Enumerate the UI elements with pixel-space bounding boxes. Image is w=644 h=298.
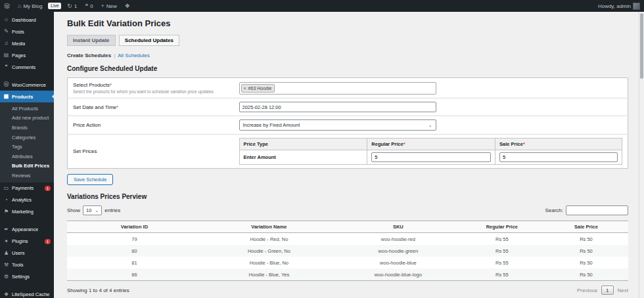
sidebar-item-media[interactable]: ♫ Media <box>0 37 54 49</box>
sidebar-item-label: Media <box>12 41 25 47</box>
site-name-menu[interactable]: ⌂ My Blog <box>14 0 46 12</box>
all-schedules-link[interactable]: All Schedules <box>118 53 149 58</box>
admin-sidebar: ⌂ Dashboard ✎ Posts ♫ Media ▤ Pages ❝ Co… <box>0 12 54 298</box>
site-name: My Blog <box>23 3 42 9</box>
sidebar-subitem-brands[interactable]: Brands <box>0 123 54 133</box>
select-products-control-cell: × #63 Hoodie <box>234 78 628 98</box>
datetime-input[interactable] <box>239 102 436 112</box>
sidebar-item-woocommerce[interactable]: Ⓦ WooCommerce <box>0 79 54 91</box>
sidebar-item-settings[interactable]: ⚙ Settings <box>0 271 54 283</box>
scrollbar-track[interactable] <box>639 12 644 298</box>
select-products-label: Select Products <box>73 82 110 88</box>
new-content-menu[interactable]: + New <box>97 0 121 12</box>
chevron-down-icon: ⌄ <box>95 208 99 213</box>
set-prices-table: Price Type Regular Price* Sale Price* <box>239 138 623 165</box>
comments-count: 0 <box>90 3 93 9</box>
comments-menu[interactable]: ❝ 0 <box>81 0 97 12</box>
sidebar-item-tools[interactable]: ⚒ Tools <box>0 259 54 271</box>
sidebar-item-appearance[interactable]: ✒ Appearance <box>0 224 54 236</box>
litespeed-adminbar-menu[interactable]: ❖ <box>121 0 134 12</box>
comments-icon: ❝ <box>3 64 9 70</box>
sidebar-item-payments[interactable]: ▭ Payments 1 <box>0 182 54 194</box>
tab-scheduled-updates[interactable]: Scheduled Updates <box>119 35 179 46</box>
sidebar-item-dashboard[interactable]: ⌂ Dashboard <box>0 14 54 26</box>
sidebar-subitem-add-new-product[interactable]: Add new product <box>0 114 54 123</box>
column-header-sale-price[interactable]: Sale Price <box>544 221 628 233</box>
column-header-variation-name[interactable]: Variation Name <box>202 221 336 233</box>
sidebar-item-products[interactable]: ▦ Products <box>0 91 54 102</box>
column-header-variation-id[interactable]: Variation ID <box>67 221 202 233</box>
page-1-button[interactable]: 1 <box>601 286 613 295</box>
chip-remove-icon[interactable]: × <box>244 85 246 92</box>
product-select-input[interactable]: × #63 Hoodie <box>239 82 436 95</box>
sidebar-subitem-reviews[interactable]: Reviews <box>0 171 54 181</box>
sidebar-item-label: WooCommerce <box>12 82 46 88</box>
sidebar-item-label: Dashboard <box>12 17 36 23</box>
breadcrumb: Create Schedules | All Schedules <box>67 53 628 58</box>
sidebar-subitem-categories[interactable]: Categories <box>0 133 54 142</box>
wordpress-icon: Ⓦ <box>4 3 10 9</box>
menu-separator <box>0 283 54 289</box>
products-icon: ▦ <box>3 94 9 99</box>
sidebar-item-plugins[interactable]: ✦ Plugins 1 <box>0 236 54 247</box>
menu-separator <box>0 73 54 79</box>
pages-icon: ▤ <box>3 53 9 58</box>
page-length-control: Show 10 ⌄ entries <box>67 205 120 215</box>
sidebar-item-litespeed-cache[interactable]: ❖ LiteSpeed Cache <box>0 289 54 298</box>
sidebar-item-analytics[interactable]: ◔ Analytics <box>0 194 54 206</box>
previous-button[interactable]: Previous <box>577 287 597 293</box>
sale-price-input[interactable] <box>499 152 618 162</box>
regular-price-input[interactable] <box>371 152 491 162</box>
required-asterisk: * <box>403 141 405 147</box>
create-schedules-link[interactable]: Create Schedules <box>67 53 111 58</box>
cell-variation-name: Hoodie - Green, No <box>202 245 336 257</box>
price-action-select[interactable]: Increase by Fixed Amount ⌄ <box>239 119 436 131</box>
cell-sale-price: Rs 50 <box>544 245 628 257</box>
comments-bubble-icon: ❝ <box>85 3 88 9</box>
price-action-label-cell: Price Action <box>68 116 234 135</box>
page-title: Bulk Edit Variation Prices <box>67 18 628 28</box>
sidebar-item-label: LiteSpeed Cache <box>12 291 50 297</box>
sidebar-item-label: Plugins <box>12 238 28 244</box>
required-asterisk: * <box>110 82 112 88</box>
cell-sku: woo-hoodie-green <box>336 245 460 257</box>
wordpress-logo[interactable]: Ⓦ <box>0 0 14 12</box>
sidebar-item-posts[interactable]: ✎ Posts <box>0 26 54 37</box>
price-action-control-cell: Increase by Fixed Amount ⌄ <box>234 116 628 135</box>
set-prices-label-cell: Set Prices <box>68 135 234 169</box>
save-schedule-button[interactable]: Save Schedule <box>67 174 113 185</box>
datetime-label: Set Date and Time <box>73 104 116 110</box>
table-row: 81 Hoodie - Blue, No woo-hoodie-blue Rs … <box>67 257 628 268</box>
sidebar-item-users[interactable]: ♟ Users <box>0 247 54 259</box>
sidebar-subitem-attributes[interactable]: Attributes <box>0 152 54 161</box>
howdy-text: Howdy, admin <box>598 3 631 9</box>
price-action-value: Increase by Fixed Amount <box>243 122 300 128</box>
scrollbar-thumb[interactable] <box>640 13 643 79</box>
tab-instant-update[interactable]: Instant Update <box>67 35 116 46</box>
updates-menu[interactable]: ↻ 1 <box>63 0 81 12</box>
updates-count: 1 <box>74 3 77 9</box>
required-asterisk: * <box>523 141 525 147</box>
sidebar-subitem-tags[interactable]: Tags <box>0 142 54 152</box>
sidebar-item-pages[interactable]: ▤ Pages <box>0 49 54 61</box>
sidebar-subitem-all-products[interactable]: All Products <box>0 104 54 114</box>
form-row-select-products: Select Products* Select the products for… <box>68 78 628 98</box>
admin-bar: Ⓦ ⌂ My Blog Live ↻ 1 ❝ 0 + New ❖ Howdy, … <box>0 0 644 12</box>
account-menu[interactable]: Howdy, admin <box>594 0 644 12</box>
sidebar-item-comments[interactable]: ❝ Comments <box>0 61 54 73</box>
plugins-icon: ✦ <box>3 239 9 244</box>
sidebar-subitem-bulk-edit-prices[interactable]: Bulk Edit Prices <box>0 161 54 171</box>
tools-icon: ⚒ <box>3 263 9 268</box>
page-length-select[interactable]: 10 ⌄ <box>83 205 102 215</box>
entries-label: entries <box>104 207 120 213</box>
search-input[interactable] <box>566 205 628 215</box>
cell-sale-price: Rs 50 <box>544 257 628 268</box>
datetime-label-cell: Set Date and Time* <box>68 98 234 116</box>
sidebar-item-marketing[interactable]: ⚑ Marketing <box>0 206 54 218</box>
column-header-sku[interactable]: SKU <box>336 221 460 233</box>
price-table-header-row: Price Type Regular Price* Sale Price* <box>239 138 622 150</box>
column-header-regular-price[interactable]: Regular Price <box>460 221 544 233</box>
next-button[interactable]: Next <box>618 287 628 293</box>
cell-sale-price: Rs 50 <box>544 268 628 281</box>
sidebar-item-label: Marketing <box>12 209 34 215</box>
